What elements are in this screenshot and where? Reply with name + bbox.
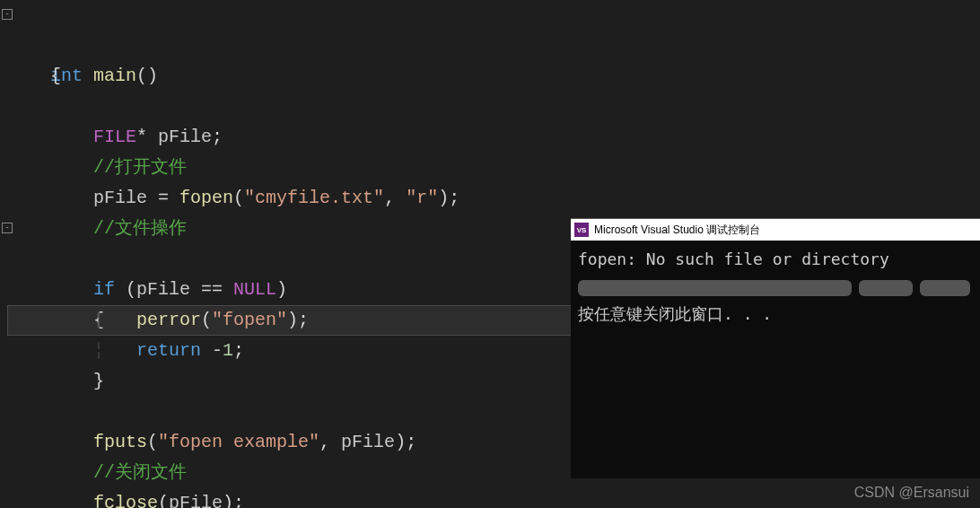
number-literal: 1 xyxy=(223,340,233,361)
string-literal: "fopen example" xyxy=(158,432,319,452)
function-main: main xyxy=(83,66,136,86)
fold-toggle-icon[interactable]: - xyxy=(2,223,13,233)
redacted-text xyxy=(578,280,852,296)
function-perror: perror xyxy=(136,310,201,330)
parens: () xyxy=(136,66,158,86)
type-file: FILE xyxy=(93,127,136,147)
macro-null: NULL xyxy=(233,279,276,300)
brace-close: } xyxy=(93,371,104,391)
code-line[interactable]: { xyxy=(7,31,980,61)
function-fopen: fopen xyxy=(179,188,233,208)
string-literal: "cmyfile.txt" xyxy=(244,188,384,208)
string-literal: "r" xyxy=(406,188,438,208)
keyword-return: return xyxy=(136,340,212,361)
indent-guide: ¦ xyxy=(93,340,136,361)
debug-console-window[interactable]: VS Microsoft Visual Studio 调试控制台 fopen: … xyxy=(571,218,980,478)
console-title: Microsoft Visual Studio 调试控制台 xyxy=(594,223,760,238)
redacted-text xyxy=(859,280,913,296)
code-line[interactable]: FILE* pFile; xyxy=(7,92,980,122)
console-line-redacted xyxy=(578,274,973,302)
indent-guide: ¦ xyxy=(93,310,136,330)
identifier: pFile xyxy=(158,127,212,147)
keyword-if: if xyxy=(93,279,126,300)
console-line: 按任意键关闭此窗口. . . xyxy=(578,301,973,328)
redacted-text xyxy=(920,280,970,296)
console-line: fopen: No such file or directory xyxy=(578,246,973,274)
vs-icon: VS xyxy=(574,223,589,237)
comment: //关闭文件 xyxy=(93,462,187,483)
function-fputs: fputs xyxy=(93,432,147,452)
comment: //打开文件 xyxy=(93,157,187,178)
console-output[interactable]: fopen: No such file or directory 按任意键关闭此… xyxy=(571,241,980,334)
code-line[interactable]: - int main() xyxy=(7,0,980,31)
string-literal: "fopen" xyxy=(212,310,287,330)
console-titlebar[interactable]: VS Microsoft Visual Studio 调试控制台 xyxy=(571,219,980,241)
comment: //文件操作 xyxy=(93,218,187,239)
watermark: CSDN @Ersansui xyxy=(854,485,969,501)
brace-open: { xyxy=(50,66,61,86)
function-fclose: fclose xyxy=(93,493,158,508)
fold-toggle-icon[interactable]: - xyxy=(2,9,13,20)
